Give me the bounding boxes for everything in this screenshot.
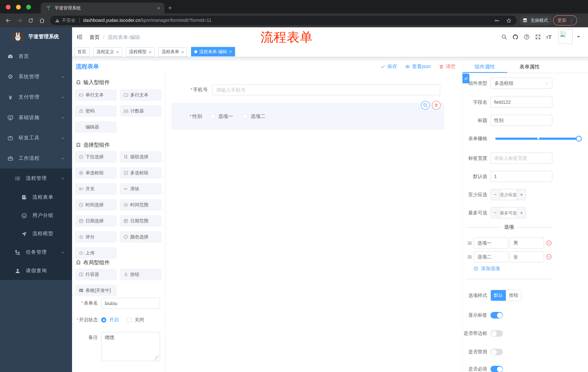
slider-handle[interactable] <box>576 136 582 141</box>
tab-form-props[interactable]: 表单属性 <box>507 60 552 73</box>
max-select-input[interactable] <box>500 207 517 218</box>
github-icon[interactable] <box>512 34 518 40</box>
style-default-button[interactable]: 默认 <box>491 290 506 301</box>
avatar[interactable] <box>558 30 573 44</box>
sidebar-item-system[interactable]: ⚙ 系统管理 <box>0 67 72 87</box>
field-name-input[interactable] <box>491 96 552 108</box>
decrease-button[interactable]: − <box>491 189 500 200</box>
palette-item-password[interactable]: 密码 <box>75 105 117 117</box>
sidebar-item-process-form[interactable]: 流程表单 <box>0 188 72 206</box>
browser-tab[interactable]: 芋道管理系统 × <box>41 2 165 13</box>
drag-handle-icon[interactable] <box>467 254 473 260</box>
palette-item-editor[interactable]: 编辑器 <box>75 121 117 133</box>
back-icon[interactable] <box>5 17 11 23</box>
palette-item-counter[interactable]: 123 计数器 <box>120 105 162 117</box>
save-button[interactable]: 保存 <box>380 63 397 70</box>
copy-component-button[interactable] <box>421 101 430 110</box>
sidebar-item-payment[interactable]: ¥ 支付管理 <box>0 87 72 107</box>
palette-item-select[interactable]: 下拉选择 <box>75 151 117 163</box>
disabled-toggle[interactable] <box>491 349 503 355</box>
show-label-toggle[interactable] <box>491 312 503 319</box>
sidebar-item-leave-query[interactable]: 请假查询 <box>0 262 72 280</box>
home-icon[interactable] <box>39 17 45 23</box>
increase-button[interactable]: + <box>517 207 526 218</box>
checkbox[interactable] <box>243 114 248 119</box>
close-icon[interactable]: × <box>116 50 119 54</box>
palette-item-time-range[interactable]: 时间范围 <box>120 199 162 211</box>
update-label[interactable]: 更新 <box>557 17 567 23</box>
palette-item-upload[interactable]: 上传 <box>75 247 117 259</box>
palette-item-textarea[interactable]: 多行文本 <box>120 89 162 101</box>
address-bar[interactable]: 不安全 dashboard.yudao.iocoder.cn/bpm/manag… <box>50 16 517 25</box>
gender-option-2[interactable]: 选项二 <box>243 111 265 122</box>
url-host[interactable]: dashboard.yudao.iocoder.cn <box>83 18 140 23</box>
bookmark-star-icon[interactable] <box>506 18 512 23</box>
form-name-input[interactable] <box>101 298 160 309</box>
min-select-input[interactable] <box>500 189 517 200</box>
tag-process-model[interactable]: 流程模型× <box>126 47 155 57</box>
password-key-icon[interactable] <box>494 18 500 23</box>
tag-process-definition[interactable]: 流程定义× <box>93 47 122 57</box>
grid-slider[interactable] <box>495 138 581 139</box>
label-width-input[interactable] <box>491 152 552 164</box>
search-icon[interactable] <box>501 34 507 40</box>
sidebar-item-workflow[interactable]: 工作流程 <box>0 148 72 169</box>
browser-update-button[interactable]: 更新 ⋮ <box>553 15 577 25</box>
add-option-button[interactable]: 添加选项 <box>473 265 500 272</box>
window-zoom-button[interactable] <box>26 5 31 10</box>
phone-input[interactable] <box>212 85 440 95</box>
radio-off[interactable] <box>127 317 132 322</box>
remove-option-icon[interactable] <box>546 240 552 246</box>
palette-item-slider[interactable]: 滑块 <box>120 183 162 195</box>
sidebar-item-process-management[interactable]: 流程管理 <box>0 169 72 188</box>
palette-item-table[interactable]: 表格[开发中] <box>75 285 117 296</box>
palette-item-time-picker[interactable]: 时间选择 <box>75 199 117 211</box>
option-1-value-input[interactable] <box>510 237 544 249</box>
title-input[interactable] <box>491 115 552 126</box>
style-button-button[interactable]: 按钮 <box>506 290 521 301</box>
component-type-select[interactable]: 多选框组 <box>491 77 552 89</box>
increase-button[interactable]: + <box>517 189 526 200</box>
palette-item-date-picker[interactable]: 日期选择 <box>75 215 117 227</box>
font-size-icon[interactable]: TT <box>546 34 552 40</box>
close-icon[interactable]: × <box>229 50 232 54</box>
tab-component-props[interactable]: 组件属性 <box>462 60 507 73</box>
palette-item-radio-group[interactable]: 单选框组 <box>75 167 117 179</box>
view-json-button[interactable]: 查看json <box>405 63 431 70</box>
sidebar-item-home[interactable]: 首页 <box>0 46 72 67</box>
sidebar-item-infrastructure[interactable]: 基础设施 <box>0 107 72 128</box>
decrease-button[interactable]: − <box>491 207 500 218</box>
required-toggle[interactable] <box>491 366 503 372</box>
forward-icon[interactable] <box>16 17 22 23</box>
window-close-button[interactable] <box>6 5 10 10</box>
sidebar-collapse-icon[interactable] <box>76 34 83 40</box>
option-2-text-input[interactable] <box>474 251 508 262</box>
palette-item-button[interactable]: 按钮 <box>120 269 162 280</box>
sidebar-logo[interactable]: 芋道管理系统 <box>0 27 72 46</box>
checkbox[interactable] <box>210 114 215 119</box>
remove-option-icon[interactable] <box>546 254 552 260</box>
border-toggle[interactable] <box>491 330 503 337</box>
sidebar-item-devtools[interactable]: 研发工具 <box>0 128 72 148</box>
selected-component-gender[interactable]: *性别 选项一 选项二 <box>171 103 444 130</box>
new-tab-button[interactable]: + <box>168 4 172 12</box>
palette-item-color-picker[interactable]: 颜色选择 <box>120 231 162 243</box>
palette-item-cascader[interactable]: 级联选择 <box>120 151 162 163</box>
palette-item-switch[interactable]: 开关 <box>75 183 117 195</box>
sidebar-item-task-management[interactable]: 任务管理 <box>0 243 72 262</box>
gender-option-1[interactable]: 选项一 <box>210 111 233 122</box>
delete-component-button[interactable] <box>432 101 441 110</box>
avatar-dropdown-caret[interactable] <box>577 36 580 39</box>
fullscreen-icon[interactable] <box>535 34 541 40</box>
browser-menu-icon[interactable]: ⋮ <box>569 18 574 23</box>
reload-icon[interactable] <box>28 17 34 23</box>
palette-item-rate[interactable]: 评分 <box>75 231 117 243</box>
tag-process-form[interactable]: 流程表单× <box>158 47 187 57</box>
tag-process-form-edit[interactable]: 流程表单-编辑× <box>191 47 235 56</box>
form-remark-textarea[interactable]: 嘿嘿 <box>101 332 160 361</box>
palette-item-checkbox-group[interactable]: 多选框组 <box>120 167 162 179</box>
close-icon[interactable]: × <box>149 50 151 54</box>
clear-button[interactable]: 清空 <box>439 63 456 70</box>
breadcrumb-home[interactable]: 首页 <box>90 34 100 41</box>
status-on-label[interactable]: 开启 <box>109 317 119 323</box>
